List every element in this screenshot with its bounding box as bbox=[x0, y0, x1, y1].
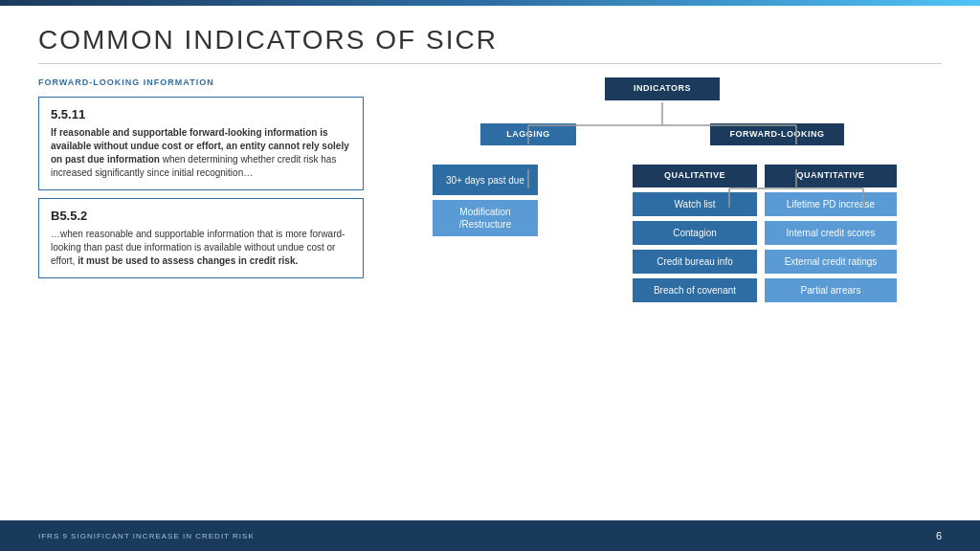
header-qualitative: QUALITATIVE bbox=[633, 165, 757, 187]
node-indicators: INDICATORS bbox=[605, 77, 720, 100]
box2-title: B5.5.2 bbox=[51, 209, 351, 223]
box1-text: If reasonable and supportable forward-lo… bbox=[51, 126, 351, 180]
main-content: COMMON INDICATORS OF SICR FORWARD-LOOKIN… bbox=[0, 6, 980, 520]
row-level2: 30+ days past due Modification /Restruct… bbox=[428, 165, 897, 302]
qual-item-3: Credit bureau info bbox=[633, 250, 757, 274]
footer-page: 6 bbox=[936, 530, 942, 541]
lagging-item-1: 30+ days past due bbox=[433, 165, 538, 195]
diagram-rows: INDICATORS LAGGING FORWARD-LOOKING 30+ d… bbox=[428, 77, 897, 302]
row-level1: LAGGING FORWARD-LOOKING bbox=[428, 123, 897, 146]
title-divider bbox=[38, 63, 942, 64]
spacer bbox=[546, 165, 625, 302]
right-panel: INDICATORS LAGGING FORWARD-LOOKING 30+ d… bbox=[383, 77, 942, 520]
qual-item-4: Breach of covenant bbox=[633, 278, 757, 302]
slide-title: COMMON INDICATORS OF SICR bbox=[38, 25, 942, 55]
diagram-wrapper: INDICATORS LAGGING FORWARD-LOOKING 30+ d… bbox=[428, 77, 897, 302]
left-panel: FORWARD-LOOKING INFORMATION 5.5.11 If re… bbox=[38, 77, 364, 520]
header-quantitative: QUANTITATIVE bbox=[765, 165, 897, 187]
box2-text: …when reasonable and supportable informa… bbox=[51, 228, 351, 268]
content-row: FORWARD-LOOKING INFORMATION 5.5.11 If re… bbox=[38, 77, 942, 520]
col-qualitative: QUALITATIVE Watch list Contagion Credit … bbox=[633, 165, 757, 302]
footer-text: IFRS 9 SIGNIFICANT INCREASE IN CREDIT RI… bbox=[38, 532, 255, 540]
footer: IFRS 9 SIGNIFICANT INCREASE IN CREDIT RI… bbox=[0, 520, 980, 551]
col-lagging: 30+ days past due Modification /Restruct… bbox=[433, 165, 538, 302]
node-forward-looking: FORWARD-LOOKING bbox=[710, 123, 844, 146]
info-box-2: B5.5.2 …when reasonable and supportable … bbox=[38, 198, 364, 278]
slide: COMMON INDICATORS OF SICR FORWARD-LOOKIN… bbox=[0, 0, 980, 551]
quant-item-1: Lifetime PD increase bbox=[765, 192, 897, 216]
box2-bold-text: it must be used to assess changes in cre… bbox=[78, 255, 298, 266]
qual-item-2: Contagion bbox=[633, 221, 757, 245]
row-indicators: INDICATORS bbox=[428, 77, 897, 100]
col-quantitative: QUANTITATIVE Lifetime PD increase Intern… bbox=[765, 165, 897, 302]
quant-item-2: Internal credit scores bbox=[765, 221, 897, 245]
box1-bold-text: If reasonable and supportable forward-lo… bbox=[51, 127, 349, 165]
box1-title: 5.5.11 bbox=[51, 107, 351, 121]
info-box-1: 5.5.11 If reasonable and supportable for… bbox=[38, 97, 364, 190]
quant-item-4: Partial arrears bbox=[765, 278, 897, 302]
lagging-item-2: Modification /Restructure bbox=[433, 200, 538, 236]
quant-item-3: External credit ratings bbox=[765, 250, 897, 274]
node-lagging: LAGGING bbox=[480, 123, 576, 146]
qual-item-1: Watch list bbox=[633, 192, 757, 216]
section-label: FORWARD-LOOKING INFORMATION bbox=[38, 77, 364, 87]
